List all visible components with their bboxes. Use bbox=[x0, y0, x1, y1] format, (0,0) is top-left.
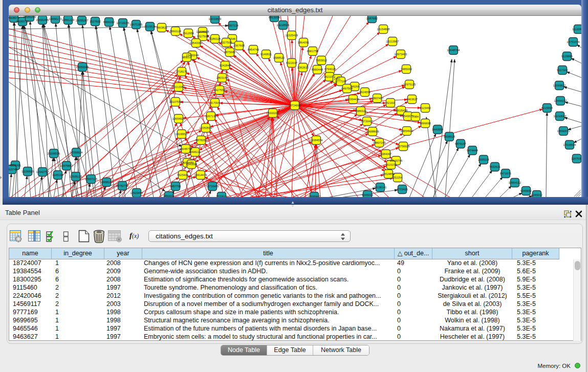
svg-text:9327508: 9327508 bbox=[221, 41, 232, 44]
svg-text:1588520: 1588520 bbox=[273, 56, 285, 59]
svg-text:8660124: 8660124 bbox=[170, 30, 181, 33]
svg-text:7964: 7964 bbox=[412, 115, 419, 118]
svg-text:15751074: 15751074 bbox=[567, 40, 580, 43]
svg-text:9327506: 9327506 bbox=[197, 35, 208, 38]
svg-text:16671385: 16671385 bbox=[130, 23, 143, 26]
svg-text:10543382: 10543382 bbox=[190, 41, 203, 45]
svg-text:9463627: 9463627 bbox=[406, 98, 418, 101]
svg-text:9245013: 9245013 bbox=[362, 193, 373, 196]
svg-text:17957225: 17957225 bbox=[85, 178, 98, 181]
svg-text:7485063: 7485063 bbox=[401, 68, 412, 71]
svg-text:8408074: 8408074 bbox=[9, 16, 19, 19]
svg-text:1615152: 1615152 bbox=[385, 163, 397, 166]
svg-text:10654112: 10654112 bbox=[509, 181, 521, 184]
svg-text:9245652: 9245652 bbox=[520, 189, 532, 192]
svg-text:14136141: 14136141 bbox=[374, 186, 387, 189]
svg-text:989016: 989016 bbox=[182, 56, 192, 59]
svg-text:9227342: 9227342 bbox=[557, 69, 568, 72]
svg-text:10719155: 10719155 bbox=[117, 21, 129, 25]
svg-text:3912954: 3912954 bbox=[183, 32, 194, 35]
svg-text:8186328: 8186328 bbox=[209, 37, 221, 40]
svg-text:1440954: 1440954 bbox=[432, 128, 443, 131]
svg-text:7955812: 7955812 bbox=[316, 59, 327, 62]
svg-text:2935114: 2935114 bbox=[478, 158, 489, 161]
svg-text:20053346: 20053346 bbox=[76, 65, 89, 69]
svg-text:1145194: 1145194 bbox=[52, 173, 63, 177]
svg-text:19218506: 19218506 bbox=[277, 24, 290, 27]
svg-text:12093822: 12093822 bbox=[553, 84, 566, 87]
svg-text:9474444: 9474444 bbox=[467, 149, 478, 152]
svg-text:11325419: 11325419 bbox=[286, 34, 298, 37]
svg-text:9146821: 9146821 bbox=[260, 53, 272, 56]
svg-text:10975887: 10975887 bbox=[60, 164, 73, 167]
svg-text:1864091: 1864091 bbox=[298, 41, 309, 44]
svg-text:9699695: 9699695 bbox=[420, 122, 431, 125]
svg-text:3267130: 3267130 bbox=[205, 115, 216, 118]
svg-text:10025458: 10025458 bbox=[395, 109, 408, 112]
svg-text:62160: 62160 bbox=[386, 101, 395, 104]
svg-text:12213967: 12213967 bbox=[386, 40, 399, 43]
svg-text:7570612: 7570612 bbox=[216, 195, 227, 197]
svg-text:4855001: 4855001 bbox=[10, 164, 21, 167]
svg-text:9457791: 9457791 bbox=[170, 185, 181, 188]
svg-text:16210643: 16210643 bbox=[554, 115, 567, 118]
svg-text:1621072: 1621072 bbox=[324, 75, 335, 78]
svg-text:6497568: 6497568 bbox=[341, 87, 353, 90]
svg-text:9129966: 9129966 bbox=[561, 55, 573, 58]
svg-text:7663822: 7663822 bbox=[156, 26, 167, 29]
svg-text:9242848: 9242848 bbox=[220, 64, 231, 67]
svg-text:16154808: 16154808 bbox=[377, 28, 390, 31]
svg-text:7632621: 7632621 bbox=[489, 165, 500, 168]
svg-text:8427552: 8427552 bbox=[214, 89, 225, 92]
svg-text:16033809: 16033809 bbox=[209, 17, 222, 20]
svg-text:10654925: 10654925 bbox=[172, 117, 185, 120]
svg-text:17359924: 17359924 bbox=[70, 151, 83, 154]
svg-text:7357224: 7357224 bbox=[227, 24, 238, 27]
svg-text:7986322: 7986322 bbox=[355, 110, 366, 113]
svg-text:18724007: 18724007 bbox=[289, 104, 301, 107]
svg-text:3624554: 3624554 bbox=[359, 91, 371, 94]
svg-text:1549575: 1549575 bbox=[402, 115, 413, 118]
svg-text:12942757: 12942757 bbox=[36, 170, 49, 173]
svg-text:3875685: 3875685 bbox=[224, 51, 235, 54]
svg-text:8454749: 8454749 bbox=[248, 48, 259, 51]
svg-text:1546: 1546 bbox=[229, 37, 235, 40]
svg-text:9777169: 9777169 bbox=[335, 80, 346, 83]
svg-text:19654923: 19654923 bbox=[401, 129, 413, 133]
svg-text:1733426: 1733426 bbox=[397, 188, 408, 191]
svg-text:6961758: 6961758 bbox=[307, 50, 318, 53]
svg-text:20364436: 20364436 bbox=[347, 98, 360, 101]
svg-text:2718176: 2718176 bbox=[176, 70, 187, 73]
svg-text:8215958: 8215958 bbox=[541, 106, 553, 110]
svg-text:10861229: 10861229 bbox=[62, 18, 75, 21]
svg-text:16782759: 16782759 bbox=[116, 184, 129, 187]
svg-text:19384554: 19384554 bbox=[310, 139, 323, 142]
svg-text:6322037: 6322037 bbox=[286, 61, 297, 64]
svg-text:6879197: 6879197 bbox=[455, 142, 466, 145]
svg-text:15716485: 15716485 bbox=[206, 185, 219, 188]
svg-text:10973493: 10973493 bbox=[395, 53, 407, 56]
svg-text:13226058: 13226058 bbox=[197, 30, 209, 33]
svg-text:8990448: 8990448 bbox=[312, 68, 323, 71]
svg-text:17016504: 17016504 bbox=[563, 143, 576, 146]
svg-text:7625402: 7625402 bbox=[177, 173, 188, 177]
svg-text:10958107: 10958107 bbox=[100, 181, 113, 184]
svg-text:11156829: 11156829 bbox=[21, 170, 34, 173]
svg-text:1540993: 1540993 bbox=[186, 163, 197, 166]
svg-text:14055721: 14055721 bbox=[16, 20, 29, 23]
svg-text:10990447: 10990447 bbox=[308, 195, 321, 197]
svg-text:12353594: 12353594 bbox=[200, 126, 212, 129]
svg-text:20181200: 20181200 bbox=[24, 16, 36, 18]
svg-text:9245012: 9245012 bbox=[531, 193, 542, 196]
svg-text:12975115: 12975115 bbox=[403, 83, 416, 86]
svg-text:12923468: 12923468 bbox=[130, 191, 143, 194]
svg-text:417004: 417004 bbox=[210, 101, 220, 104]
svg-text:10120746: 10120746 bbox=[390, 159, 403, 162]
svg-text:16055267: 16055267 bbox=[76, 19, 89, 22]
svg-text:16914479: 16914479 bbox=[194, 173, 207, 177]
svg-text:25300203: 25300203 bbox=[267, 112, 279, 115]
svg-text:15692971: 15692971 bbox=[557, 129, 570, 133]
svg-text:10688609: 10688609 bbox=[366, 130, 379, 133]
svg-text:2803144: 2803144 bbox=[216, 76, 228, 79]
svg-text:6466160: 6466160 bbox=[103, 20, 115, 24]
